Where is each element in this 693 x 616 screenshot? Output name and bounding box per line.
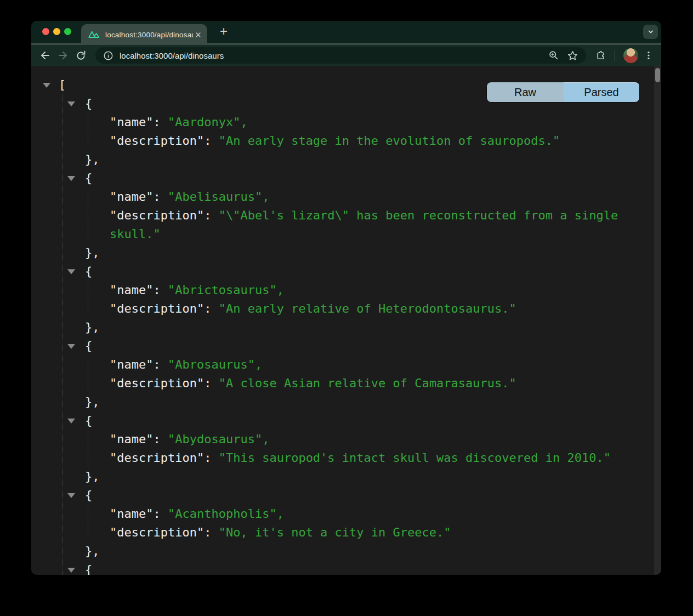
object-open-brace: { — [85, 414, 92, 427]
back-button[interactable] — [36, 47, 54, 65]
json-entry: { "name": "Abrosaurus", "description": "… — [31, 337, 661, 411]
address-bar[interactable]: localhost:3000/api/dinosaurs — [95, 47, 586, 64]
json-value: "Acanthopholis", — [168, 507, 284, 521]
json-colon: : — [153, 432, 168, 446]
url-text[interactable]: localhost:3000/api/dinosaurs — [120, 51, 541, 60]
json-key: "name" — [110, 358, 153, 371]
browser-tab[interactable]: localhost:3000/api/dinosaurs — [81, 24, 207, 45]
json-description-line: "description": "This sauropod's intact s… — [31, 449, 636, 467]
json-name-line: "name": "Aardonyx", — [31, 113, 636, 132]
back-arrow-icon — [39, 49, 51, 61]
collapse-toggle-icon[interactable] — [67, 269, 75, 274]
json-value: "This sauropod's intact skull was discov… — [219, 451, 611, 465]
json-value: "A close Asian relative of Camarasaurus.… — [219, 376, 516, 390]
json-colon: : — [204, 525, 219, 539]
object-open-brace: { — [85, 563, 92, 575]
zoom-window-button[interactable] — [64, 28, 71, 35]
json-colon: : — [153, 358, 168, 371]
json-description-line: "description": "No, it's not a city in G… — [31, 523, 636, 542]
json-colon: : — [204, 134, 219, 148]
json-colon: : — [153, 115, 168, 129]
close-window-button[interactable] — [42, 28, 49, 35]
json-key: "name" — [110, 190, 153, 204]
json-description-line: "description": "An early stage in the ev… — [31, 132, 636, 150]
collapse-toggle-icon[interactable] — [67, 493, 75, 498]
reload-icon — [75, 50, 87, 61]
menu-button[interactable] — [641, 47, 656, 65]
collapse-toggle-icon[interactable] — [43, 83, 50, 88]
json-entry: { "name": "Abrictosaurus", "description"… — [31, 262, 661, 337]
scrollbar-thumb[interactable] — [655, 68, 660, 82]
scrollbar-track[interactable] — [654, 66, 661, 575]
json-description-line: "description": "An early relative of Het… — [31, 299, 636, 318]
json-entry-partial: { — [31, 561, 661, 575]
minimize-window-button[interactable] — [53, 28, 60, 35]
toolbar-right-cluster — [592, 47, 656, 65]
json-key: "name" — [110, 283, 153, 297]
object-open-brace: { — [85, 97, 92, 110]
puzzle-icon — [595, 50, 606, 61]
object-open-brace: { — [85, 171, 92, 185]
reload-button[interactable] — [72, 47, 90, 65]
site-info-icon[interactable] — [103, 50, 113, 61]
json-name-line: "name": "Abelisaurus", — [31, 188, 636, 206]
json-entry: { "name": "Aardonyx", "description": "An… — [31, 94, 661, 169]
json-name-line: "name": "Abydosaurus", — [31, 430, 636, 449]
object-close-brace: }, — [85, 470, 100, 483]
toolbar-separator — [615, 50, 615, 61]
json-name-line: "name": "Abrictosaurus", — [31, 281, 636, 299]
object-open-brace: { — [85, 264, 92, 278]
browser-window: localhost:3000/api/dinosaurs + — [31, 21, 661, 575]
bookmark-star-icon[interactable] — [567, 50, 578, 61]
kebab-menu-icon — [644, 50, 654, 60]
tab-title: localhost:3000/api/dinosaurs — [105, 31, 194, 39]
collapse-toggle-icon[interactable] — [67, 419, 75, 423]
raw-parsed-toggle: Raw Parsed — [487, 82, 639, 102]
object-open-brace: { — [85, 339, 92, 353]
tab-strip: localhost:3000/api/dinosaurs + — [31, 21, 661, 43]
json-colon: : — [153, 190, 168, 204]
collapse-toggle-icon[interactable] — [67, 344, 75, 349]
object-close-brace: }, — [85, 320, 100, 334]
collapse-toggle-icon[interactable] — [67, 568, 75, 573]
json-entry: { "name": "Abelisaurus", "description": … — [31, 169, 661, 262]
raw-button[interactable]: Raw — [487, 82, 564, 102]
forward-arrow-icon — [57, 49, 69, 61]
traffic-lights — [42, 28, 71, 35]
zoom-page-icon[interactable] — [548, 50, 559, 61]
json-key: "description" — [110, 376, 204, 390]
json-key: "description" — [110, 525, 204, 539]
json-value: "Abrosaurus", — [168, 358, 262, 371]
json-value: "Abelisaurus", — [168, 190, 269, 204]
new-tab-button[interactable]: + — [215, 24, 232, 40]
json-value: "An early relative of Heterodontosaurus.… — [219, 302, 516, 315]
json-key: "name" — [110, 507, 153, 521]
json-colon: : — [153, 283, 168, 297]
favicon-mountains-icon — [88, 30, 100, 39]
page-content: [ { "name": "Aardonyx", "description": "… — [31, 66, 661, 575]
browser-toolbar: localhost:3000/api/dinosaurs — [31, 45, 661, 66]
json-colon: : — [153, 507, 168, 521]
tab-close-icon[interactable] — [194, 30, 203, 39]
json-colon: : — [204, 208, 219, 222]
array-open-bracket: [ — [59, 78, 66, 92]
profile-avatar[interactable] — [623, 48, 638, 63]
object-close-brace: }, — [85, 544, 100, 558]
parsed-button[interactable]: Parsed — [564, 82, 639, 102]
json-key: "description" — [110, 451, 204, 465]
chevron-down-icon — [646, 27, 655, 36]
object-close-brace: }, — [85, 246, 100, 259]
json-colon: : — [204, 302, 219, 315]
json-value: "An early stage in the evolution of saur… — [219, 134, 560, 148]
collapse-toggle-icon[interactable] — [67, 176, 75, 181]
json-entry: { "name": "Abydosaurus", "description": … — [31, 411, 661, 486]
extensions-button[interactable] — [592, 47, 610, 65]
forward-button[interactable] — [54, 47, 72, 65]
json-description-line: "description": "A close Asian relative o… — [31, 374, 636, 393]
collapse-toggle-icon[interactable] — [67, 101, 75, 106]
json-value: "Aardonyx", — [168, 115, 248, 129]
json-value: "Abrictosaurus", — [168, 283, 284, 297]
tab-search-button[interactable] — [643, 25, 658, 39]
json-description-line: "description": "\"Abel's lizard\" has be… — [31, 206, 636, 244]
json-tree: [ { "name": "Aardonyx", "description": "… — [31, 66, 661, 575]
